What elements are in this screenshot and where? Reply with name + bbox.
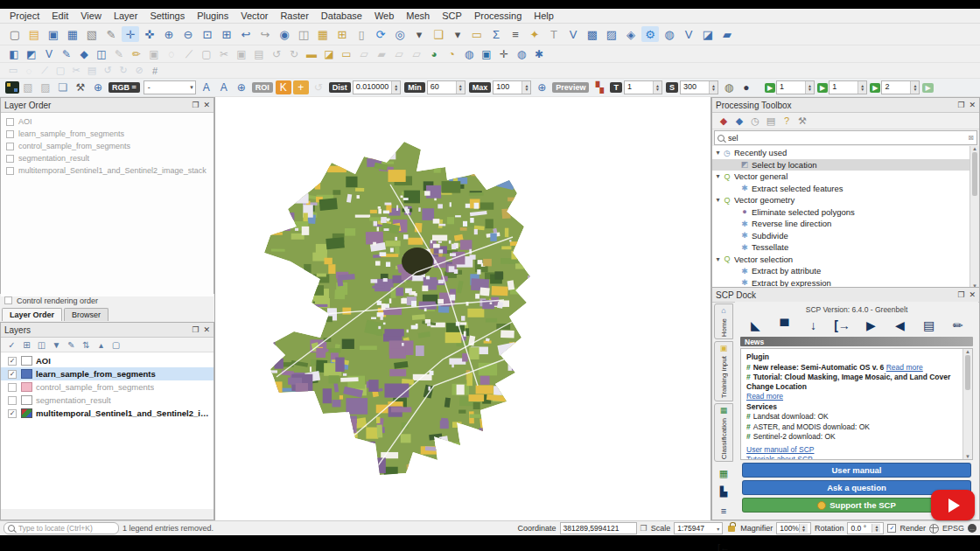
menu-view[interactable]: View bbox=[74, 10, 108, 22]
measure-icon[interactable]: ≡ bbox=[507, 26, 524, 42]
dist-field[interactable]: 0.010000▲▼ bbox=[353, 80, 402, 94]
menu-layer[interactable]: Layer bbox=[108, 10, 144, 22]
add-database-layer-icon[interactable]: ◫ bbox=[94, 47, 109, 61]
preview-style-icon[interactable]: ▚ bbox=[592, 80, 607, 94]
maptips-icon[interactable]: ▭ bbox=[468, 26, 486, 42]
attribute-table-icon[interactable]: ▦ bbox=[314, 26, 332, 42]
manage-map-themes-icon[interactable]: ◫ bbox=[35, 339, 48, 351]
raster-tools-icon[interactable]: ▩ bbox=[584, 26, 601, 42]
save-project-icon[interactable]: ▣ bbox=[45, 26, 62, 42]
layer-checkbox[interactable] bbox=[8, 383, 17, 392]
toolbox-tree-row[interactable]: ▾ Q Vector general bbox=[712, 171, 979, 183]
layer-row[interactable]: segmentation_result bbox=[1, 394, 214, 407]
roi-pointer-plus-icon[interactable]: A bbox=[216, 80, 232, 94]
layer-checkbox[interactable]: ✓ bbox=[8, 409, 17, 418]
rotation-spinner[interactable]: 0.0 °▲▼ bbox=[847, 522, 884, 534]
shape-digitize-d-icon[interactable]: ▢ bbox=[53, 65, 67, 77]
toolbox-tree-row[interactable]: ✱ Extract by attribute bbox=[712, 265, 979, 277]
remove-layer-icon[interactable]: ▢ bbox=[109, 339, 122, 351]
georeferencer-icon[interactable]: ◈ bbox=[622, 26, 640, 42]
label-change-icon[interactable]: ▰ bbox=[374, 47, 389, 61]
menu-plugins[interactable]: Plugins bbox=[191, 10, 234, 22]
layer-row[interactable]: control_sample_from_segments bbox=[1, 380, 214, 394]
identify-icon[interactable]: ◉ bbox=[276, 26, 293, 42]
save-as-icon[interactable]: ▦ bbox=[64, 26, 81, 42]
bandset-next-icon[interactable]: ▶ bbox=[922, 83, 933, 93]
results-viewer-icon[interactable]: ▤ bbox=[764, 115, 778, 127]
toolbox-tree-row[interactable]: ● Eliminate selected polygons bbox=[712, 206, 979, 219]
rgb-combo[interactable]: -▾ bbox=[144, 80, 196, 94]
scp-home-save-icon[interactable]: ▤ bbox=[919, 317, 940, 333]
undo-roi-icon[interactable]: ↺ bbox=[311, 80, 326, 94]
menu-processing[interactable]: Processing bbox=[468, 10, 528, 22]
text-annotation-icon[interactable]: T bbox=[545, 26, 563, 42]
tutorials-link[interactable]: Tutorials about SCP bbox=[746, 455, 813, 460]
control-rendering-checkbox[interactable] bbox=[4, 296, 12, 304]
bandset-spin-icon-3[interactable]: ▶ bbox=[870, 83, 880, 93]
preview-pointer-icon[interactable]: ⊕ bbox=[234, 80, 249, 94]
multipart-roi-icon[interactable]: + bbox=[293, 80, 309, 94]
coordinate-input[interactable]: 381289,5994121 bbox=[560, 522, 637, 534]
shape-digitize-e-icon[interactable]: ✂ bbox=[69, 65, 83, 77]
checker-icon[interactable]: ▰ bbox=[718, 26, 736, 42]
diagram-a-icon[interactable]: ▱ bbox=[391, 47, 407, 61]
zoom-to-layer-icon[interactable]: ⊞ bbox=[218, 26, 235, 42]
user-manual-link[interactable]: User manual of SCP bbox=[746, 445, 814, 454]
menu-web[interactable]: Web bbox=[368, 10, 400, 22]
mesh-tools-icon[interactable]: ▨ bbox=[603, 26, 620, 42]
menu-settings[interactable]: Settings bbox=[144, 10, 191, 22]
undo-icon[interactable]: ↺ bbox=[269, 47, 284, 61]
vertex-tool-icon[interactable]: ⟋ bbox=[181, 47, 197, 61]
float-panel-icon[interactable]: ❐ bbox=[957, 290, 964, 299]
preview-zoom-icon[interactable]: ⊕ bbox=[534, 80, 550, 94]
field-calculator-icon[interactable]: ⊞ bbox=[333, 26, 351, 42]
menu-database[interactable]: Database bbox=[315, 10, 368, 22]
scp-layered-icon[interactable]: ❏ bbox=[55, 80, 71, 94]
geometry-checker-icon[interactable]: ◍ bbox=[514, 47, 529, 61]
close-panel-icon[interactable]: ✕ bbox=[969, 290, 976, 299]
shape-digitize-c-icon[interactable]: ⟋ bbox=[38, 65, 52, 77]
label-pin-icon[interactable]: ▬ bbox=[304, 47, 319, 61]
toolbox-tree-row[interactable]: ✱ Tessellate bbox=[712, 241, 979, 254]
close-panel-icon[interactable]: ✕ bbox=[203, 325, 210, 334]
shape-digitize-g-icon[interactable]: ↺ bbox=[101, 65, 115, 77]
s-field[interactable]: 300▲▼ bbox=[680, 80, 718, 94]
bandset-field-3[interactable]: 2▲▼ bbox=[881, 80, 920, 94]
toolbox-tree-row[interactable]: ▾ Q Vector geometry bbox=[712, 194, 979, 206]
point-sampling-icon[interactable]: ✱ bbox=[531, 47, 547, 61]
pan-map-icon[interactable]: ✛ bbox=[122, 26, 139, 42]
zoom-last-icon[interactable]: ↩ bbox=[237, 26, 255, 42]
delete-selected-icon[interactable]: ▢ bbox=[199, 47, 214, 61]
toolbox-tree-row[interactable]: ✱ Subdivide bbox=[712, 230, 979, 242]
layer-order-item[interactable]: segmentation_result bbox=[1, 152, 214, 164]
polygon-roi-icon[interactable]: K bbox=[276, 80, 291, 94]
epsg-badge[interactable]: EPSG bbox=[942, 524, 964, 533]
clear-search-icon[interactable]: ⊠ bbox=[968, 134, 974, 142]
bandset-field-2[interactable]: 1▲▼ bbox=[829, 80, 867, 94]
layer-order-item[interactable]: multitemporal_Sentinel1_and_Sentinel2_im… bbox=[1, 164, 214, 177]
model-open-icon[interactable]: ◆ bbox=[732, 115, 746, 127]
float-panel-icon[interactable]: ❐ bbox=[192, 101, 199, 109]
scp-home-edit-icon[interactable]: ✏ bbox=[948, 317, 969, 333]
float-panel-icon[interactable]: ❐ bbox=[957, 101, 964, 109]
label-icon[interactable]: ✦ bbox=[526, 26, 543, 42]
help-icon[interactable]: ◍ bbox=[661, 26, 678, 42]
collapse-all-icon[interactable]: ▴ bbox=[94, 339, 108, 351]
tree-caret-icon[interactable]: ▾ bbox=[714, 255, 722, 263]
coordinate-capture-icon[interactable]: ✛ bbox=[496, 47, 512, 61]
project-properties-icon[interactable]: ▧ bbox=[83, 26, 101, 42]
scp-home-back-icon[interactable]: ◀ bbox=[890, 317, 911, 333]
render-checkbox[interactable]: ✓ bbox=[887, 524, 896, 533]
select-features-icon[interactable]: ◫ bbox=[295, 26, 312, 42]
menu-scp[interactable]: SCP bbox=[436, 10, 468, 22]
annotation-dropdown-icon[interactable]: ▾ bbox=[410, 26, 428, 42]
scp-tab-home[interactable]: ⌂ Home bbox=[714, 303, 733, 339]
menu-raster[interactable]: Raster bbox=[274, 10, 314, 22]
add-delimited-text-icon[interactable]: ◆ bbox=[76, 47, 92, 61]
toolbox-search-input[interactable]: sel ⊠ bbox=[714, 130, 977, 145]
data-source-manager-icon[interactable]: ◧ bbox=[6, 47, 22, 61]
zoom-full-icon[interactable]: ⊡ bbox=[199, 26, 216, 42]
scp-working-toolbar-icon[interactable]: ▙ bbox=[715, 485, 732, 500]
vector-misc-icon[interactable]: V bbox=[680, 26, 697, 42]
layer-order-item[interactable]: control_sample_from_segments bbox=[1, 140, 214, 152]
